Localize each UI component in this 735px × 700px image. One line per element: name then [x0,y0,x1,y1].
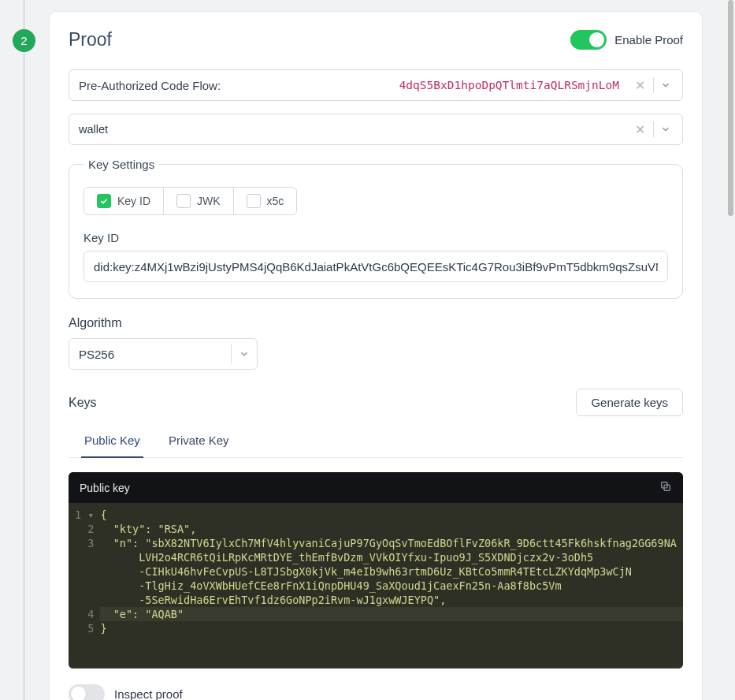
public-key-code-block: Public key 1 ▾23 45 { "kty": "RSA", "n":… [69,472,683,668]
seg-key-id-label: Key ID [117,195,150,207]
keys-label: Keys [69,396,97,410]
proof-card: Proof Enable Proof Pre-Authorized Code F… [49,11,703,700]
scrollbar[interactable] [728,0,733,216]
code-content[interactable]: { "kty": "RSA", "n": "sbX82NTV6IylxCh7Mf… [100,508,683,637]
enable-proof-label: Enable Proof [614,33,683,47]
generate-keys-button[interactable]: Generate keys [576,389,683,416]
algorithm-label: Algorithm [69,316,683,330]
tab-public-key[interactable]: Public Key [81,426,143,458]
flow-select-value: 4dqS5BxD1hpoDpQTlmti7aQLRSmjnLoM [221,79,625,91]
checkbox-unchecked-icon [176,194,191,208]
wallet-select[interactable]: wallet ✕ [69,114,683,145]
flow-select-label: Pre-Authorized Code Flow: [79,79,221,92]
algorithm-value: PS256 [79,348,231,361]
clear-icon[interactable]: ✕ [630,78,650,93]
inspect-proof-toggle[interactable] [69,684,105,700]
enable-proof-toggle[interactable] [570,30,607,50]
seg-jwk[interactable]: JWK [164,188,234,214]
seg-jwk-label: JWK [197,195,221,207]
inspect-proof-label: Inspect proof [114,687,183,700]
seg-key-id[interactable]: Key ID [84,188,164,214]
chevron-down-icon[interactable] [657,80,674,91]
chevron-down-icon[interactable] [232,348,257,359]
code-title: Public key [80,482,130,494]
step-badge: 2 [13,29,35,52]
card-title: Proof [69,29,112,50]
key-settings-fieldset: Key Settings Key ID JWK x5c Key ID [69,158,683,299]
key-format-segmented: Key ID JWK x5c [84,187,297,215]
seg-x5c-label: x5c [267,195,284,207]
algorithm-select[interactable]: PS256 [69,338,258,370]
checkbox-unchecked-icon [247,194,261,208]
key-id-input[interactable] [84,251,668,282]
wallet-select-value: wallet [79,123,625,136]
seg-x5c[interactable]: x5c [234,188,297,214]
tab-private-key[interactable]: Private Key [165,426,232,457]
code-gutter: 1 ▾23 45 [69,508,100,637]
flow-select[interactable]: Pre-Authorized Code Flow: 4dqS5BxD1hpoDp… [69,69,683,101]
chevron-down-icon[interactable] [657,124,674,135]
key-id-label: Key ID [84,231,668,244]
key-settings-legend: Key Settings [84,158,159,171]
keys-tabs: Public Key Private Key [69,426,683,458]
checkbox-checked-icon [97,194,111,208]
copy-icon[interactable] [659,480,672,495]
clear-icon[interactable]: ✕ [630,122,650,137]
